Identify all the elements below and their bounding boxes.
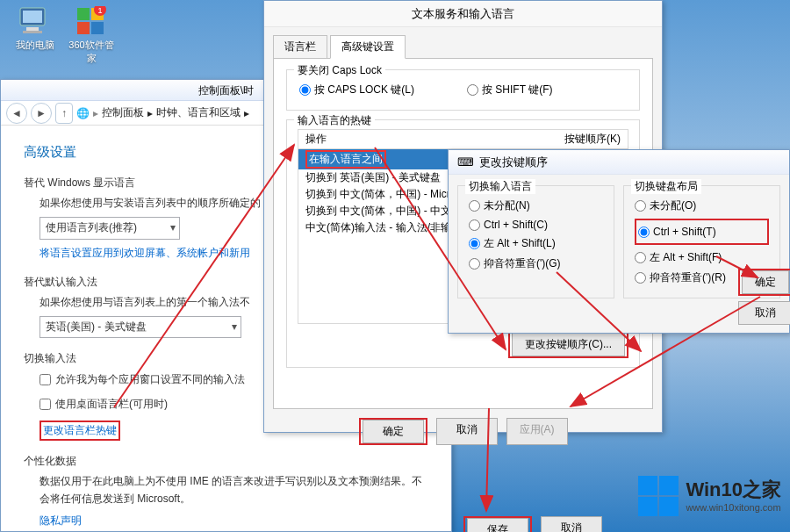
ok-button[interactable]: 确定 bbox=[363, 420, 424, 443]
apply-lang-link[interactable]: 将语言设置应用到欢迎屏幕、系统帐户和新用 bbox=[40, 247, 250, 259]
svg-rect-6 bbox=[77, 22, 90, 34]
col-keys: 按键顺序(K) bbox=[564, 132, 621, 147]
forward-button[interactable]: ► bbox=[31, 103, 52, 124]
checkbox-desktop-langbar[interactable]: 使用桌面语言栏(可用时) bbox=[40, 396, 168, 413]
display-language-select[interactable]: 使用语言列表(推荐) bbox=[40, 217, 180, 239]
group-switch-input-lang: 切换输入语言 未分配(N) Ctrl + Shift(C) 左 Alt + Sh… bbox=[457, 185, 614, 298]
keyboard-icon: ⌨ bbox=[457, 155, 474, 169]
desktop-icon-label: 我的电脑 bbox=[12, 39, 58, 52]
radio-unassigned-n[interactable]: 未分配(N) bbox=[469, 198, 603, 213]
cancel-button[interactable]: 取消 bbox=[436, 418, 498, 445]
up-button[interactable]: ↑ bbox=[55, 103, 73, 124]
col-action: 操作 bbox=[305, 132, 327, 147]
dlg2-buttons: 确定 取消 bbox=[738, 269, 790, 325]
desktop-icon-360[interactable]: 1 360软件管家 bbox=[68, 5, 114, 65]
cancel-button[interactable]: 取消 bbox=[541, 516, 602, 532]
checkbox-per-app[interactable]: 允许我为每个应用窗口设置不同的输入法 bbox=[40, 371, 245, 388]
watermark-url: www.win10xitong.com bbox=[686, 502, 781, 514]
bottom-button-row: 保存 取消 bbox=[463, 516, 602, 532]
globe-icon: 🌐 bbox=[76, 107, 90, 119]
radio-shift[interactable]: 按 SHIFT 键(F) bbox=[467, 83, 552, 97]
tab-advanced-keys[interactable]: 高级键设置 bbox=[330, 35, 406, 59]
group-title: 切换输入语言 bbox=[465, 179, 535, 194]
radio-ctrl-shift-c[interactable]: Ctrl + Shift(C) bbox=[469, 219, 603, 231]
radio-unassigned-o[interactable]: 未分配(O) bbox=[635, 198, 769, 213]
default-ime-select[interactable]: 英语(美国) - 美式键盘 bbox=[40, 316, 241, 338]
cancel-button[interactable]: 取消 bbox=[738, 301, 790, 325]
svg-rect-4 bbox=[77, 8, 90, 20]
desktop-icon-label: 360软件管家 bbox=[68, 39, 114, 65]
windows-logo-icon bbox=[638, 476, 679, 516]
section-heading: 个性化数据 bbox=[24, 453, 428, 470]
back-button[interactable]: ◄ bbox=[6, 103, 27, 124]
desktop-icon-computer[interactable]: 我的电脑 bbox=[12, 5, 58, 52]
radio-capslock[interactable]: 按 CAPS LOCK 键(L) bbox=[299, 83, 414, 97]
radio-alt-shift-l[interactable]: 左 Alt + Shift(L) bbox=[469, 236, 603, 251]
ok-button[interactable]: 确定 bbox=[742, 270, 789, 294]
watermark: Win10之家 www.win10xitong.com bbox=[638, 476, 781, 516]
tab-langbar[interactable]: 语言栏 bbox=[273, 35, 327, 59]
app-360-icon: 1 bbox=[72, 5, 111, 37]
breadcrumb-item[interactable]: 控制面板 bbox=[102, 105, 144, 120]
svg-rect-7 bbox=[91, 22, 104, 34]
svg-rect-1 bbox=[23, 11, 42, 23]
group-title: 切换键盘布局 bbox=[631, 179, 701, 194]
personal-text: 数据仅用于在此电脑上为不使用 IME 的语言来改进手写识别以及文本预测结果。不会… bbox=[40, 473, 428, 507]
radio-alt-shift-f[interactable]: 左 Alt + Shift(F) bbox=[635, 250, 769, 265]
group-title: 输入语言的热键 bbox=[294, 113, 375, 128]
dialog-title: 文本服务和输入语言 bbox=[264, 1, 662, 27]
group-title: 要关闭 Caps Lock bbox=[294, 63, 385, 78]
radio-ctrl-shift-t[interactable]: Ctrl + Shift(T) bbox=[638, 226, 765, 238]
group-capslock: 要关闭 Caps Lock 按 CAPS LOCK 键(L) 按 SHIFT 键… bbox=[286, 69, 640, 111]
change-hotkey-link[interactable]: 更改语言栏热键 bbox=[43, 424, 117, 436]
svg-rect-3 bbox=[23, 31, 42, 33]
computer-icon bbox=[16, 5, 54, 37]
breadcrumb-item[interactable]: 时钟、语言和区域 bbox=[156, 105, 241, 120]
breadcrumb[interactable]: 控制面板▸ 时钟、语言和区域▸ bbox=[102, 105, 249, 120]
svg-text:1: 1 bbox=[97, 6, 102, 15]
change-key-sequence-button[interactable]: 更改按键顺序(C)... bbox=[512, 333, 625, 356]
privacy-link[interactable]: 隐私声明 bbox=[40, 514, 82, 527]
save-button[interactable]: 保存 bbox=[467, 518, 528, 532]
apply-button[interactable]: 应用(A) bbox=[506, 418, 568, 445]
tab-bar: 语言栏 高级键设置 bbox=[264, 27, 662, 58]
dialog-title: ⌨ 更改按键顺序 bbox=[449, 150, 789, 175]
radio-grave-g[interactable]: 抑音符重音(')(G) bbox=[469, 256, 603, 271]
svg-rect-2 bbox=[26, 27, 39, 31]
watermark-title: Win10之家 bbox=[686, 478, 781, 501]
